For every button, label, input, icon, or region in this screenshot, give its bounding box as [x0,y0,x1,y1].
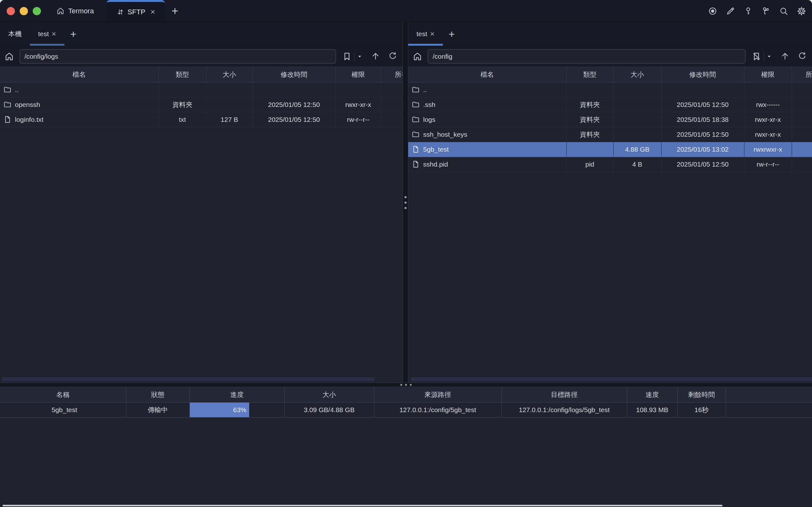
column-header-owner[interactable]: 所有者 [792,67,812,82]
column-header-size[interactable]: 大小 [284,387,374,402]
column-header-filler [726,387,812,402]
file-perm: rwxrwxr-x [744,142,792,157]
column-header-perm[interactable]: 權限 [335,67,381,82]
close-icon[interactable]: × [52,30,56,38]
home-icon[interactable] [4,51,14,62]
close-window-button[interactable] [7,7,15,15]
file-modified: 2025/01/05 12:50 [661,127,744,142]
file-type: txt [158,112,206,127]
file-icon [412,160,420,168]
traffic-lights [0,0,41,22]
left-add-tab-button[interactable]: + [64,22,82,46]
horizontal-scrollbar-thumb[interactable] [2,377,375,381]
table-row[interactable]: ssh_host_keys 資料夾 2025/01/05 12:50 rwxr-… [408,127,812,142]
search-icon[interactable] [779,6,789,16]
table-row[interactable]: logs 資料夾 2025/01/05 18:38 rwxr-xr-x [408,112,812,127]
file-perm: rw-r--r-- [744,157,792,172]
home-icon[interactable] [412,51,423,62]
separator [764,52,764,61]
termora-window: Termora SFTP × + [0,0,812,507]
zoom-window-button[interactable] [33,7,41,15]
folder-icon [412,86,420,94]
folder-icon [3,86,12,94]
file-size [206,82,252,97]
table-row-parent-dir[interactable]: .. [408,82,812,97]
left-path-input[interactable] [19,49,336,64]
table-row[interactable]: loginfo.txt txt 127 B 2025/01/05 12:50 r… [0,112,402,127]
refresh-icon[interactable] [388,51,398,62]
up-directory-icon[interactable] [780,51,791,62]
file-type: 資料夾 [566,112,613,127]
transfer-speed: 108.93 MB [627,402,678,417]
left-path-controls [336,51,402,62]
column-header-source[interactable]: 來源路徑 [374,387,501,402]
right-tab-test[interactable]: test × [408,22,443,46]
up-directory-icon[interactable] [371,51,381,62]
column-header-eta[interactable]: 剩餘時間 [678,387,726,402]
file-name: .. [15,86,19,94]
edit-icon[interactable] [726,6,735,16]
column-header-name[interactable]: 檔名 [408,67,566,82]
close-tab-icon[interactable]: × [151,7,155,16]
keychain-icon[interactable] [761,6,771,16]
file-owner [792,142,812,157]
transfer-splitter-handle[interactable] [0,383,812,387]
file-size: 4.88 GB [613,142,661,157]
column-header-speed[interactable]: 速度 [627,387,678,402]
column-header-target[interactable]: 目標路徑 [501,387,627,402]
refresh-icon[interactable] [797,51,808,62]
right-add-tab-button[interactable]: + [443,22,461,46]
column-header-size[interactable]: 大小 [206,67,252,82]
minimize-window-button[interactable] [20,7,28,15]
record-icon[interactable] [708,6,717,16]
file-size [206,97,252,112]
file-modified [252,82,335,97]
column-header-progress[interactable]: 進度 [190,387,284,402]
transfer-row[interactable]: 5gb_test 傳輸中 63% 3.09 GB/4.88 GB 127.0.0… [0,402,812,417]
left-file-table: 檔名 類型 大小 修改時間 權限 所有者 .. [0,67,402,127]
column-header-perm[interactable]: 權限 [744,67,792,82]
tab-termora-home[interactable]: Termora [56,0,94,22]
file-owner [381,82,402,97]
file-owner [792,97,812,112]
chevron-down-icon[interactable] [357,54,363,59]
horizontal-scrollbar-thumb[interactable] [411,377,812,381]
column-header-type[interactable]: 類型 [566,67,613,82]
home-icon [56,7,65,15]
left-tab-test[interactable]: test × [30,22,64,46]
new-tab-button[interactable]: + [165,0,185,22]
column-header-name[interactable]: 名稱 [0,387,126,402]
file-size: 127 B [206,112,252,127]
table-row[interactable]: openssh 資料夾 2025/01/05 12:50 rwxr-xr-x [0,97,402,112]
column-header-modified[interactable]: 修改時間 [661,67,744,82]
column-header-modified[interactable]: 修改時間 [252,67,335,82]
folder-icon [412,100,420,109]
settings-gear-icon[interactable] [797,6,806,16]
right-path-input[interactable] [428,49,746,64]
bookmark-icon[interactable] [342,51,352,62]
pane-splitter-handle[interactable] [402,22,408,383]
tab-sftp[interactable]: SFTP × [107,0,165,22]
transfer-filler [726,402,812,417]
column-header-size[interactable]: 大小 [613,67,661,82]
right-table-header-row: 檔名 類型 大小 修改時間 權限 所有者 [408,67,812,82]
close-icon[interactable]: × [430,30,435,38]
table-row[interactable]: .ssh 資料夾 2025/01/05 12:50 rwx------ [408,97,812,112]
chevron-down-icon[interactable] [766,54,772,59]
file-perm [744,82,792,97]
background-window-edge [3,505,722,506]
table-row-parent-dir[interactable]: .. [0,82,402,97]
column-header-status[interactable]: 狀態 [126,387,190,402]
table-row[interactable]: sshd.pid pid 4 B 2025/01/05 12:50 rw-r--… [408,157,812,172]
left-file-pane: 本機 test × + [0,22,402,383]
column-header-owner[interactable]: 所有者 [381,67,402,82]
bookmark-remove-icon[interactable] [751,51,762,62]
column-header-name[interactable]: 檔名 [0,67,158,82]
left-tab-local[interactable]: 本機 [0,22,30,46]
progress-bar: 63% [190,403,250,417]
table-row-selected[interactable]: 5gb_test 4.88 GB 2025/01/05 13:02 rwxrwx… [408,142,812,157]
column-header-type[interactable]: 類型 [158,67,206,82]
progress-label: 63% [233,406,246,414]
file-name: sshd.pid [423,161,448,168]
key-icon[interactable] [744,6,753,16]
